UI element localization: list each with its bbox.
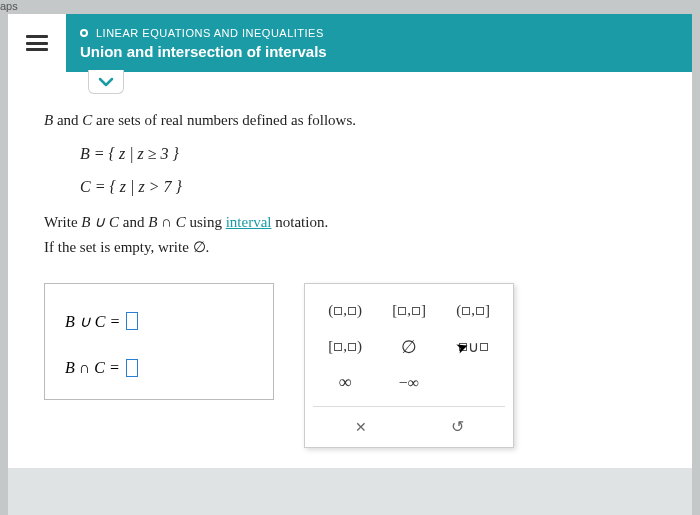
answer-union-input[interactable] [126,312,138,330]
menu-button[interactable] [8,14,66,72]
topic-title: Union and intersection of intervals [80,43,327,60]
keypad-open-closed[interactable]: (,] [441,294,505,328]
x-icon: ✕ [355,419,367,435]
interval-link[interactable]: interval [226,214,272,230]
keypad-blank [441,366,505,400]
set-c-definition: C = { z | z > 7 } [80,173,664,200]
problem-text: B and C are sets of real numbers defined… [44,108,664,261]
reset-icon: ↺ [451,417,464,436]
keypad-open-open[interactable]: (,) [313,294,377,328]
keypad-infinity[interactable]: ∞ [313,366,377,400]
expand-tab[interactable] [88,70,124,94]
category-dot-icon [80,29,88,37]
keypad-closed-open[interactable]: [,) [313,330,377,364]
keypad-empty-set[interactable]: ∅ [377,330,441,364]
set-b-definition: B = { z | z ≥ 3 } [80,140,664,167]
chevron-down-icon [98,77,114,87]
answer-union: B ∪ C = [65,312,249,331]
header-bar: LINEAR EQUATIONS AND INEQUALITIES Union … [8,14,692,72]
hamburger-icon [26,35,48,51]
keypad-neg-infinity[interactable]: −∞ [377,366,441,400]
answer-intersection-input[interactable] [126,359,138,377]
page-corner-label: aps [0,0,18,12]
symbol-keypad: (,) [,] (,] [,) ∅ ∪ ∞ −∞ ✕ [304,283,514,448]
keypad-clear[interactable]: ✕ [313,411,409,443]
keypad-reset[interactable]: ↺ [409,411,505,443]
keypad-closed-closed[interactable]: [,] [377,294,441,328]
content-area: B and C are sets of real numbers defined… [8,72,692,468]
answer-box: B ∪ C = B ∩ C = [44,283,274,400]
keypad-union[interactable]: ∪ [441,330,505,364]
category-label: LINEAR EQUATIONS AND INEQUALITIES [80,27,327,39]
app-container: LINEAR EQUATIONS AND INEQUALITIES Union … [8,14,692,515]
empty-link[interactable]: empty [114,239,151,255]
answer-intersection: B ∩ C = [65,359,249,377]
